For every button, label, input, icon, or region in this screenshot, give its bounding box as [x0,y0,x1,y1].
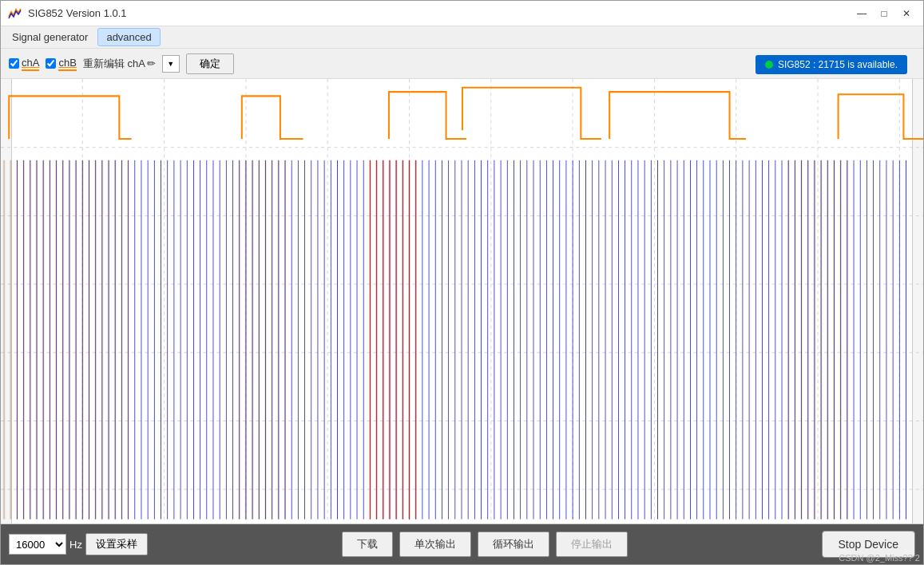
stop-output-button[interactable]: 停止输出 [556,531,628,557]
loop-output-button[interactable]: 循环输出 [478,531,549,557]
chB-checkbox[interactable] [46,58,56,69]
minimize-button[interactable]: — [851,6,872,22]
menu-bar: Signal generator advanced [1,26,923,49]
main-window: SIG852 Version 1.0.1 — □ ✕ Signal genera… [0,0,924,565]
chA-label: chA [22,57,39,71]
confirm-button[interactable]: 确定 [186,53,234,74]
status-bar: SIG852 : 21715 is available. [755,55,907,74]
svg-rect-21 [12,160,911,520]
blue-waveform [1,160,912,520]
menu-advanced[interactable]: advanced [97,28,160,46]
hz-label: Hz [69,539,82,551]
title-bar: SIG852 Version 1.0.1 — □ ✕ [1,1,923,26]
maximize-button[interactable]: □ [874,6,894,22]
menu-signal-generator[interactable]: Signal generator [4,29,96,45]
svg-rect-22 [368,160,417,520]
single-output-button[interactable]: 单次输出 [399,531,471,557]
download-button[interactable]: 下载 [342,531,393,557]
chA-checkbox-label[interactable]: chA [9,57,39,71]
sample-section: 16000 8000 44100 48000 Hz 设置采样 [9,533,148,555]
dropdown-button[interactable]: ▼ [162,55,180,73]
set-sample-button[interactable]: 设置采样 [85,533,148,555]
window-title: SIG852 Version 1.0.1 [28,7,851,19]
window-controls: — □ ✕ [851,6,917,22]
chB-checkbox-label[interactable]: chB [46,57,76,71]
app-icon [7,6,23,22]
close-button[interactable]: ✕ [896,6,917,22]
chA-checkbox[interactable] [9,58,19,69]
bottom-bar: 16000 8000 44100 48000 Hz 设置采样 下载 单次输出 循… [1,524,923,564]
svg-rect-24 [238,160,287,520]
status-dot [765,61,773,69]
sample-rate-select[interactable]: 16000 8000 44100 48000 [9,534,66,555]
watermark-text: CSDN @2_Miss?? 2 [839,553,920,563]
waveform-display [1,79,923,524]
chB-label: chB [58,57,76,71]
edit-label: 重新编辑 chA [83,57,145,71]
status-text: SIG852 : 21715 is available. [778,59,898,70]
edit-combo: 重新编辑 chA ✏ [83,57,156,71]
chart-area [1,79,923,524]
svg-rect-23 [1,160,132,520]
pencil-icon: ✏ [147,57,156,69]
svg-rect-25 [785,160,851,520]
